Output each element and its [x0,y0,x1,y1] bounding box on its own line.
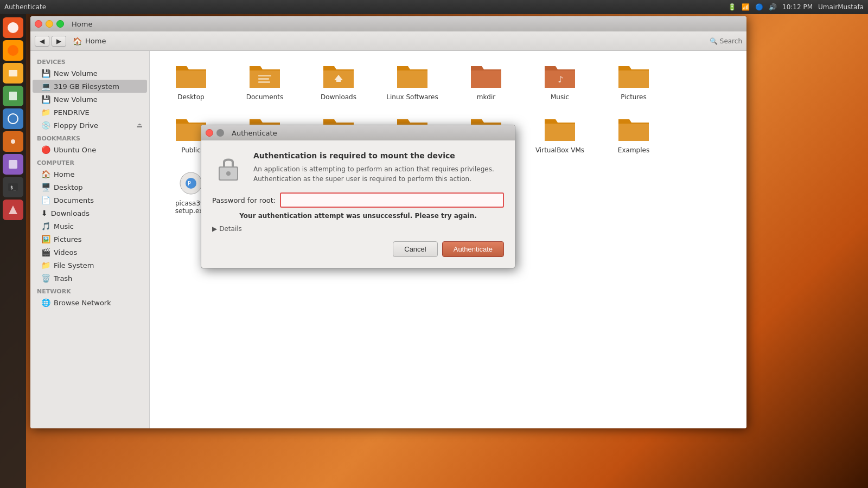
filesystem-icon: 📁 [41,261,50,269]
folder-public-label: Public [181,146,201,154]
dock-text-editor-icon[interactable] [3,86,23,106]
sidebar-item-floppy[interactable]: 💿 Floppy Drive ⏏ [33,119,147,132]
svg-rect-12 [258,81,270,83]
auth-password-input[interactable] [280,192,504,208]
folder-virtualbox-vms[interactable]: VirtualBox VMs [527,113,592,157]
folder-examples[interactable]: Examples [601,113,666,157]
search-label: Search [720,37,742,45]
toolbar-forward-button[interactable]: ▶ [52,36,66,47]
svg-rect-10 [258,75,271,76]
topbar-time: 10:12 PM [782,3,813,11]
dock-files-icon[interactable] [3,63,23,84]
folder-music-label: Music [551,93,569,101]
cancel-button[interactable]: Cancel [393,241,437,257]
svg-point-32 [226,171,231,176]
auth-close-button[interactable] [206,129,213,137]
svg-rect-6 [9,160,17,169]
sidebar-item-ubuntu-one[interactable]: 🔴 Ubuntu One [33,143,147,156]
dock-terminal-icon[interactable]: $_ [3,177,23,197]
usb-icon: 📁 [41,108,50,117]
auth-dot-icon [216,129,224,137]
auth-body: Authentication is required to mount the … [201,140,515,268]
drive-icon: 💾 [41,69,50,78]
folder-music[interactable]: ♪ Music [527,60,592,104]
folder-linux-softwares-label: Linux Softwares [386,93,438,101]
svg-rect-11 [258,78,269,80]
sidebar-item-label: Trash [54,274,72,282]
topbar-title: Authenticate [4,3,46,11]
sidebar-item-downloads[interactable]: ⬇️ Downloads [33,207,147,220]
auth-lock-icon [214,153,242,182]
sidebar-item-label: New Volume [54,95,98,104]
sidebar-item-browse-network[interactable]: 🌐 Browse Network [33,296,147,309]
svg-rect-2 [9,70,17,76]
folder-downloads-label: Downloads [321,93,356,101]
sidebar-item-desktop[interactable]: 🖥️ Desktop [33,181,147,194]
dock-ubuntu-icon[interactable] [3,17,23,38]
auth-desc-line1: An application is attempting to perform … [253,165,494,173]
search-area: 🔍 Search [710,37,742,45]
folder-documents[interactable]: Documents [232,60,297,104]
folder-desktop-label: Desktop [177,93,205,101]
folder-linux-softwares[interactable]: Linux Softwares [380,60,445,104]
auth-desc-line2: Authentication as the super user is requ… [253,175,471,183]
sidebar-item-music[interactable]: 🎵 Music [33,220,147,233]
home-icon: 🏠 [41,170,50,178]
minimize-button[interactable] [46,20,53,28]
svg-point-1 [8,45,18,56]
trash-icon: 🗑️ [41,274,50,282]
folder-pictures[interactable]: Pictures [601,60,666,104]
pictures-icon: 🖼️ [41,235,50,243]
sidebar-item-319gb[interactable]: 💻 319 GB Filesystem [33,80,147,93]
auth-buttons: Cancel Authenticate [212,241,504,257]
svg-point-4 [8,114,18,124]
sidebar-item-pendrive[interactable]: 📁 PENDRIVE [33,106,147,119]
desktop-icon: 🖥️ [41,183,50,191]
sidebar-item-trash[interactable]: 🗑️ Trash [33,272,147,285]
close-button[interactable] [35,20,42,28]
dock-firefox-icon[interactable] [3,40,23,61]
topbar-network-icon: 📶 [742,3,750,11]
svg-rect-14 [336,80,341,82]
sidebar-item-documents[interactable]: 📄 Documents [33,194,147,207]
sidebar-item-filesystem[interactable]: 📁 File System [33,259,147,272]
auth-text-area: Authentication is required to mount the … [253,151,504,184]
sidebar-item-label: Music [54,222,74,230]
dock-browser-icon[interactable] [3,108,23,129]
dock-settings-icon[interactable] [3,131,23,152]
svg-marker-9 [9,206,17,214]
topbar-bluetooth-icon: 🔵 [755,3,763,11]
folder-mkdir-icon [469,63,503,91]
folder-music-icon: ♪ [542,63,577,91]
toolbar-back-button[interactable]: ◀ [35,36,49,47]
sidebar-item-new-volume-1[interactable]: 💾 New Volume [33,67,147,80]
auth-description: An application is attempting to perform … [253,164,504,184]
sidebar-item-label: Pictures [54,235,81,243]
fm-titlebar: Home [30,16,746,31]
folder-mkdir-label: mkdir [477,93,496,101]
topbar-right: 🔋 📶 🔵 🔊 10:12 PM UmairMustafa [728,3,864,11]
authenticate-button[interactable]: Authenticate [442,241,504,257]
sidebar-item-videos[interactable]: 🎬 Videos [33,246,147,259]
auth-details-toggle[interactable]: ▶ Details [212,225,504,233]
sidebar-item-home[interactable]: 🏠 Home [33,168,147,181]
folder-pictures-label: Pictures [621,93,647,101]
sidebar-item-pictures[interactable]: 🖼️ Pictures [33,233,147,246]
sidebar-item-label: New Volume [54,69,98,78]
auth-dialog: Authenticate Authentication is required … [201,125,515,268]
videos-icon: 🎬 [41,248,50,256]
folder-mkdir[interactable]: mkdir [454,60,519,104]
svg-point-5 [11,139,15,144]
folder-desktop[interactable]: Desktop [158,60,224,104]
sidebar-item-new-volume-2[interactable]: 💾 New Volume [33,93,147,106]
hdd-icon: 💻 [41,82,50,91]
dock-app1-icon[interactable] [3,154,23,175]
auth-titlebar: Authenticate [201,125,515,140]
dock-app2-icon[interactable] [3,200,23,220]
maximize-button[interactable] [56,20,64,28]
folder-downloads[interactable]: Downloads [306,60,371,104]
folder-pictures-icon [616,63,651,91]
auth-header-row: Authentication is required to mount the … [212,151,504,184]
sidebar-bookmarks-label: Bookmarks [30,132,149,143]
sidebar-devices-label: Devices [30,55,149,67]
